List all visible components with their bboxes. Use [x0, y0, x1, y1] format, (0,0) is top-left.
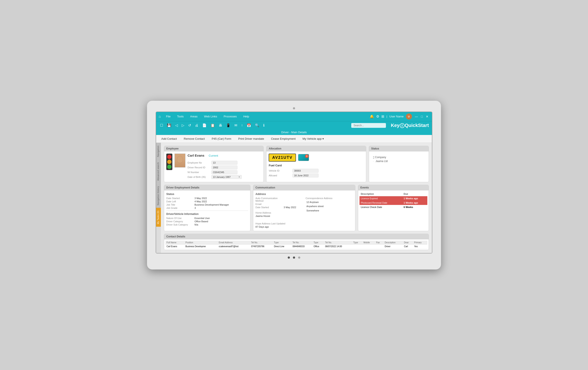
status-tree-root: ¦ Company: [373, 155, 427, 159]
page-title: Driver - Main Details: [156, 130, 432, 135]
tool-calendar[interactable]: 📅: [246, 123, 252, 128]
close-button[interactable]: ✕: [425, 114, 429, 119]
tool-copy[interactable]: 📋: [210, 123, 216, 128]
print-driver-mandate-button[interactable]: Print Driver mandate: [237, 137, 265, 141]
side-tab-my-tasks[interactable]: My Tasks (0): [156, 208, 161, 227]
contact-col-fax: Fax: [375, 241, 384, 245]
status-card: Status ¦ Company Jaama Ltd: [369, 146, 429, 182]
nav-help[interactable]: Help: [242, 114, 251, 119]
minimize-button[interactable]: —: [414, 114, 419, 119]
side-tab-nav-history[interactable]: Navigation history: [156, 183, 161, 208]
contact-col-primary: Primary: [413, 241, 427, 245]
event-desc-licence: Licence Expired: [359, 196, 402, 200]
nav-tools[interactable]: Tools: [176, 114, 185, 119]
cease-employment-button[interactable]: Cease Employment: [270, 137, 296, 141]
contact-type2: Office: [312, 244, 324, 248]
employee-details: Carl Evans Current Employee No 13 Driver…: [188, 154, 261, 180]
field-dob: Date of Birth (35) 13 January 1987 ▼: [188, 175, 261, 179]
side-tabs: Navigation Advanced search Navigation hi…: [156, 143, 161, 253]
tool-clipboard[interactable]: ☐: [159, 123, 164, 128]
fuel-card-label: Fuel Card: [269, 164, 364, 167]
contact-col-tel1: Tel No.: [250, 241, 273, 245]
nav-file[interactable]: File: [165, 114, 172, 119]
value-job-grade: 3: [194, 207, 196, 209]
contact-mobile: [362, 244, 375, 248]
employee-status: Current: [209, 154, 218, 157]
tool-refresh[interactable]: ↺: [187, 123, 192, 128]
grid-icon[interactable]: ⊞: [381, 114, 384, 119]
field-ni-number: NI Number CE642345: [188, 170, 261, 174]
tool-email[interactable]: ✉: [233, 123, 238, 128]
tool-info[interactable]: ℹ: [262, 123, 265, 128]
nav-processes[interactable]: Processes: [222, 114, 238, 119]
value-driver-sub-category: N/a: [194, 223, 198, 226]
communication-card: Communication Address Auto Communication…: [253, 185, 355, 231]
separator: |: [386, 115, 387, 118]
contact-col-position: Position: [184, 241, 218, 245]
tl-red: [167, 155, 171, 159]
employee-card-header: Employee: [164, 146, 263, 151]
contact-tel1: 07497205786: [250, 244, 273, 248]
avatar[interactable]: U: [406, 113, 412, 120]
field-value-dob[interactable]: 13 January 1987 ▼: [211, 175, 242, 179]
contact-col-tel2: Tel No.: [291, 241, 312, 245]
username-label: User Name: [389, 115, 404, 118]
allocation-card: Allocation AV21UTV ✕: [266, 146, 366, 182]
field-value-driver-id: 2002: [211, 166, 237, 170]
field-label-driver-id: Driver Record ID: [188, 166, 211, 169]
notification-icon[interactable]: 🔔: [370, 114, 374, 119]
remove-contact-button[interactable]: Remove Contact: [183, 137, 206, 141]
address-section-title: Address: [255, 193, 353, 196]
tool-forward[interactable]: ▷: [181, 123, 185, 128]
home-icon[interactable]: ⌂: [159, 115, 161, 119]
field-job-grade: Job Grade 3: [166, 207, 248, 209]
driver-employment-header: Driver Employment Details: [164, 185, 250, 190]
tool-back[interactable]: ◁: [174, 123, 179, 128]
value-nature-of-use: Essential User: [194, 217, 210, 220]
maximize-button[interactable]: □: [420, 114, 424, 119]
field-label-ni: NI Number: [188, 171, 211, 173]
field-label-allicaed: Allicaed: [269, 174, 293, 177]
nav-areas[interactable]: Areas: [189, 114, 199, 119]
label-hope: Hope Address Last Updated: [255, 222, 285, 225]
vehicle-info-section-title: Driver/Vehicle Information: [166, 212, 248, 216]
tool-search[interactable]: 🔍: [254, 123, 260, 128]
p45-form-button[interactable]: P45 (Car) Form: [211, 137, 232, 141]
nav-weblinks[interactable]: Web Links: [203, 114, 218, 119]
value-date-left: 4 May 2022: [194, 200, 207, 203]
status-section-title: Status: [166, 193, 248, 196]
event-desc-photocard: Photocard Renewal Date: [359, 200, 402, 205]
event-row-licence-expired: Licence Expired 1 Weeks ago: [359, 196, 427, 200]
label-job-grade: Job Grade: [166, 207, 194, 209]
field-hope-value: 87 Days ago: [255, 226, 303, 228]
tool-document[interactable]: 📄: [201, 123, 208, 128]
settings-icon[interactable]: ⚙: [376, 114, 379, 119]
event-due-licence: 1 Weeks ago: [402, 196, 427, 200]
event-due-licence-check: 6 Weeks: [402, 205, 427, 209]
top-row: Employee: [164, 146, 429, 182]
event-due-photocard: 1 Weeks ago: [402, 200, 427, 205]
field-value-allicaed: 16 June 2022: [293, 173, 318, 177]
tool-print[interactable]: 🖨: [194, 123, 199, 128]
value-date-started: 3 May 2022: [194, 197, 207, 200]
top-navigation: ⌂ File Tools Areas Web Links Processes H…: [156, 112, 432, 121]
side-tab-advanced-search[interactable]: Advanced search: [156, 160, 161, 183]
add-contact-button[interactable]: Add Contact: [160, 137, 178, 141]
tool-mobile[interactable]: 📱: [225, 123, 231, 128]
my-vehicle-app-button[interactable]: My Vehicle app ▾: [302, 137, 325, 141]
contact-details-header: Contact Details: [164, 234, 429, 239]
field-date-started: Date Started 3 May 2022: [166, 197, 248, 200]
tool-print2[interactable]: 🖶: [218, 123, 223, 128]
field-date-left: Date Left 4 May 2022: [166, 200, 248, 203]
search-input[interactable]: [351, 123, 386, 128]
label-auto-comm: Auto Communication Method: [255, 197, 284, 202]
tool-upload[interactable]: ↑: [240, 123, 244, 128]
side-tab-navigation[interactable]: Navigation: [156, 143, 161, 160]
dot-3: [298, 257, 300, 259]
field-driver-category: Driver Category Office Based: [166, 220, 248, 223]
tool-save[interactable]: 💾: [166, 123, 172, 128]
tl-green: [167, 165, 171, 169]
label-job-title: Job Title: [166, 203, 194, 206]
field-home-address-value: Jaama House: [255, 215, 303, 217]
label-comm-date-started: Date Started: [255, 206, 284, 209]
